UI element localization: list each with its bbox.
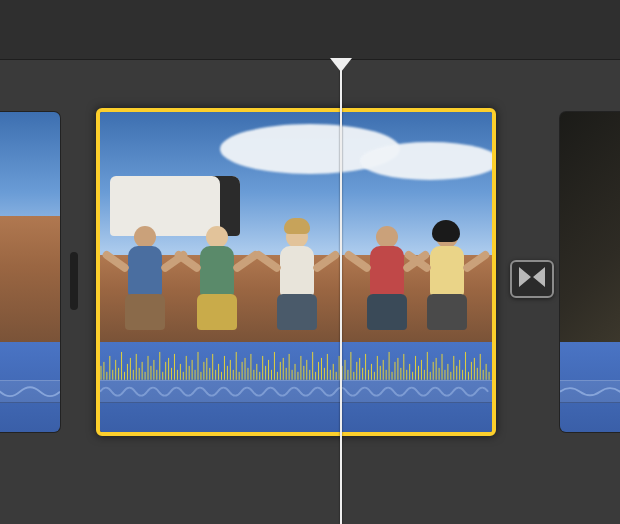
video-track[interactable]	[0, 112, 620, 462]
timeline[interactable]	[0, 60, 620, 524]
clip-b[interactable]	[96, 108, 496, 436]
clip-a[interactable]	[0, 112, 60, 432]
clip-b-audio-waveform[interactable]	[100, 342, 492, 432]
clip-c[interactable]	[560, 112, 620, 432]
people-group	[100, 204, 492, 331]
transition-icon	[518, 266, 546, 292]
clip-c-audio-waveform[interactable]	[560, 342, 620, 432]
toolbar	[0, 0, 620, 60]
clip-b-thumbnail	[100, 112, 492, 342]
clip-a-thumbnail	[0, 112, 60, 342]
transition-b-c[interactable]	[510, 260, 554, 298]
clip-trim-handle[interactable]	[70, 252, 78, 310]
clip-c-thumbnail	[560, 112, 620, 342]
clip-a-audio-waveform[interactable]	[0, 342, 60, 432]
